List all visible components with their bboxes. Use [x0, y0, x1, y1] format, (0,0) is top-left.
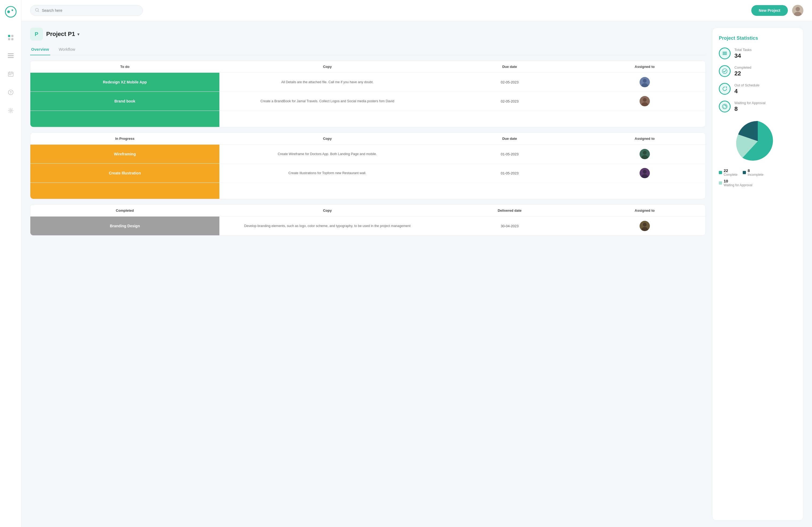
tab-overview[interactable]: Overview	[30, 45, 50, 55]
tabs: Overview Workflow	[30, 45, 706, 55]
legend-waiting: 10 Waiting for Approval	[719, 179, 752, 187]
task-name-cell[interactable]: Redesign XZ Mobile App	[30, 73, 219, 92]
svg-point-42	[722, 69, 727, 74]
svg-point-34	[643, 170, 647, 174]
project-header: P Project P1 ▾	[30, 28, 706, 41]
todo-col-header: To do	[30, 61, 219, 73]
legend-incomplete-text: 8 Incomplete	[748, 168, 764, 177]
task-name: Wireframing	[30, 145, 219, 163]
table-row	[30, 111, 706, 127]
total-tasks-label: Total Tasks	[735, 48, 752, 52]
stats-card: Project Statistics Total Tasks 34	[712, 28, 803, 521]
out-of-schedule-value: 4	[735, 88, 759, 95]
table-row: Create Illustration Create Illustrations…	[30, 164, 706, 183]
task-name-cell[interactable]	[30, 111, 219, 127]
task-date-cell: 30-04-2023	[435, 216, 584, 236]
todo-copy-header: Copy	[219, 61, 435, 73]
waiting-value: 8	[735, 105, 766, 112]
task-assigned-cell-empty	[584, 183, 706, 199]
chevron-down-icon[interactable]: ▾	[77, 32, 79, 37]
nav-settings[interactable]	[5, 105, 16, 116]
svg-point-28	[643, 98, 647, 102]
search-box[interactable]	[30, 5, 143, 16]
task-copy-cell: Develop branding elements, such as logo,…	[219, 216, 435, 236]
todo-assigned-header: Assigned to	[584, 61, 706, 73]
svg-rect-14	[9, 74, 10, 75]
task-assigned-cell-empty	[584, 111, 706, 127]
task-name-cell[interactable]: Branding Design	[30, 216, 219, 236]
inprogress-section: In Progress Copy Due date Assigned to Wi…	[30, 133, 706, 199]
task-name: Create Illustration	[30, 164, 219, 182]
task-copy-cell-empty	[219, 111, 435, 127]
header: New Project	[21, 0, 812, 21]
task-name-cell[interactable]	[30, 183, 219, 199]
nav-tasks[interactable]	[5, 50, 16, 61]
sidebar-nav: ?	[5, 32, 16, 116]
svg-rect-4	[11, 35, 13, 37]
out-of-schedule-info: Out of Schedule 4	[735, 83, 759, 95]
task-name-empty	[30, 111, 219, 127]
svg-rect-41	[723, 54, 727, 55]
total-tasks-value: 34	[735, 52, 752, 59]
nav-calendar[interactable]	[5, 69, 16, 79]
logo	[4, 5, 17, 18]
svg-point-37	[643, 223, 647, 226]
svg-point-25	[643, 79, 647, 82]
task-assigned-cell	[584, 216, 706, 236]
completed-date-header: Delivered date	[435, 205, 584, 216]
main-area: New Project P Project P1 ▾	[21, 0, 812, 527]
svg-point-0	[5, 6, 16, 17]
total-tasks-info: Total Tasks 34	[735, 48, 752, 59]
todo-section: To do Copy Due date Assigned to Redesign…	[30, 61, 706, 127]
svg-text:?: ?	[10, 91, 12, 94]
stat-completed: Completed 22	[719, 65, 797, 77]
legend-waiting-text: 10 Waiting for Approval	[724, 179, 752, 187]
project-title: Project P1	[46, 31, 75, 37]
task-name: Redesign XZ Mobile App	[30, 73, 219, 91]
assignee-avatar	[640, 149, 650, 159]
completed-info: Completed 22	[735, 65, 751, 77]
legend-complete: 22 Complete	[719, 168, 737, 177]
tab-workflow[interactable]: Workflow	[58, 45, 76, 55]
svg-rect-3	[8, 35, 10, 37]
task-date-cell: 02-05-2023	[435, 92, 584, 111]
task-name-cell[interactable]: Wireframing	[30, 145, 219, 164]
task-name: Branding Design	[30, 216, 219, 235]
search-input[interactable]	[42, 8, 138, 13]
project-icon: P	[30, 28, 43, 41]
inprogress-col-header: In Progress	[30, 133, 219, 145]
search-icon	[35, 8, 39, 13]
task-copy-cell-empty	[219, 183, 435, 199]
new-project-button[interactable]: New Project	[751, 5, 788, 16]
assignee-avatar	[640, 168, 650, 178]
task-name-cell[interactable]: Brand book	[30, 92, 219, 111]
waiting-label: Waiting for Approval	[735, 101, 766, 105]
todo-date-header: Due date	[435, 61, 584, 73]
task-date-cell: 02-05-2023	[435, 73, 584, 92]
task-copy-cell: Create Illustrations for Topform new Res…	[219, 164, 435, 183]
legend-incomplete-dot	[743, 171, 746, 174]
task-name: Brand book	[30, 92, 219, 110]
svg-rect-9	[8, 57, 14, 58]
legend-waiting-dot	[719, 181, 722, 185]
nav-dashboard[interactable]	[5, 32, 16, 43]
task-name-cell[interactable]: Create Illustration	[30, 164, 219, 183]
svg-point-31	[643, 151, 647, 154]
nav-help[interactable]: ?	[5, 87, 16, 98]
inprogress-date-header: Due date	[435, 133, 584, 145]
completed-assigned-header: Assigned to	[584, 205, 706, 216]
task-assigned-cell	[584, 73, 706, 92]
user-avatar[interactable]	[792, 5, 803, 16]
svg-point-22	[796, 7, 800, 11]
legend-complete-text: 22 Complete	[724, 168, 737, 177]
assignee-avatar	[640, 96, 650, 106]
svg-rect-8	[8, 55, 14, 56]
left-panel: P Project P1 ▾ Overview Workflow To do C…	[30, 28, 706, 521]
stat-waiting: Waiting for Approval 8	[719, 101, 797, 112]
task-date-cell: 01-05-2023	[435, 164, 584, 183]
svg-point-2	[12, 10, 13, 11]
todo-table: To do Copy Due date Assigned to Redesign…	[30, 61, 706, 127]
svg-rect-6	[11, 38, 13, 40]
inprogress-copy-header: Copy	[219, 133, 435, 145]
stat-total-tasks: Total Tasks 34	[719, 47, 797, 59]
